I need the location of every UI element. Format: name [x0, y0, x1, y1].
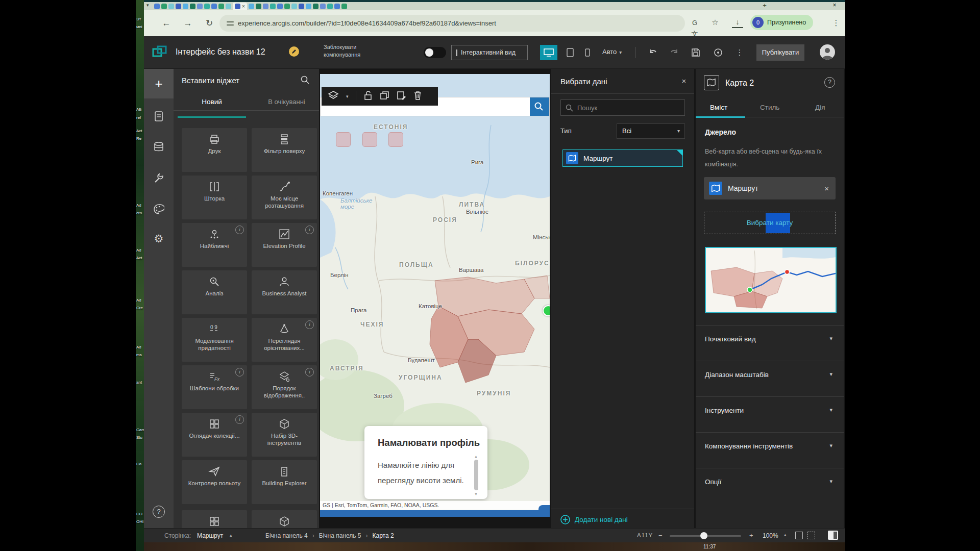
zoom-out-icon[interactable]	[658, 532, 663, 539]
tab-favicon[interactable]	[204, 4, 210, 9]
tab-content[interactable]: Вміст	[710, 104, 727, 111]
zoom-in-icon[interactable]	[749, 532, 753, 539]
tab-favicon[interactable]	[226, 4, 231, 9]
browser-profile-badge[interactable]: 0 Призупинено	[750, 15, 813, 30]
theme-rail-button[interactable]	[144, 196, 174, 222]
data-search-input[interactable]: Пошук	[560, 99, 685, 116]
info-icon[interactable]: i	[305, 368, 314, 377]
add-new-data-button[interactable]: Додати нові дані	[560, 515, 628, 524]
unlock-icon[interactable]	[363, 90, 373, 103]
tab-favicon[interactable]	[235, 4, 240, 9]
a11y-button[interactable]: A11Y	[637, 532, 653, 538]
chevron-down-icon[interactable]	[829, 335, 832, 342]
chevron-down-icon[interactable]	[829, 478, 832, 485]
tools-rail-button[interactable]	[144, 166, 174, 191]
fit-to-window-icon[interactable]	[795, 532, 803, 539]
zoom-level[interactable]: 100%	[763, 532, 778, 539]
page-selector-chevron-icon[interactable]	[230, 533, 232, 538]
widget-tile-analysis[interactable]: Аналіз	[182, 270, 247, 314]
widget-tile-building[interactable]: Building Explorer	[252, 460, 317, 504]
info-icon[interactable]: i	[235, 368, 244, 377]
widget-tile-layers[interactable]: Порядок відображення..i	[252, 365, 317, 409]
info-icon[interactable]: i	[305, 226, 314, 234]
settings-rail-button[interactable]	[144, 226, 174, 252]
tab-favicon[interactable]	[341, 4, 347, 9]
tab-favicon[interactable]	[218, 4, 224, 9]
tab-style[interactable]: Стиль	[760, 104, 779, 111]
widget-tile-swipe[interactable]: Шторка	[182, 176, 247, 219]
map-search-button[interactable]	[530, 97, 549, 116]
section-2[interactable]: Діапазон масштабів	[696, 361, 844, 389]
help-rail-button[interactable]: ?	[144, 503, 174, 523]
tab-favicon[interactable]	[154, 4, 160, 9]
address-bar[interactable]: experience.arcgis.com/builder/?id=1f0de0…	[219, 15, 685, 32]
selected-map-item[interactable]: Маршрут	[704, 177, 836, 199]
browser-tabs[interactable]: ×	[154, 3, 347, 10]
tab-favicon[interactable]	[291, 4, 297, 9]
tab-favicon[interactable]	[168, 4, 174, 9]
tab-favicon[interactable]	[197, 4, 203, 9]
map-thumbnail[interactable]	[705, 247, 837, 313]
zoom-menu-chevron-icon[interactable]	[784, 532, 787, 537]
section-5[interactable]: Опції	[696, 468, 844, 496]
fit-width-icon[interactable]	[807, 532, 815, 539]
tab-favicon[interactable]	[263, 4, 268, 9]
site-settings-icon[interactable]	[227, 20, 234, 27]
toggle-panel-icon[interactable]	[828, 531, 838, 540]
section-4[interactable]: Компонування інструментів	[696, 432, 844, 461]
lock-layout-toggle[interactable]	[424, 47, 446, 58]
tab-favicon[interactable]	[190, 4, 195, 9]
tab-close-icon[interactable]: ×	[242, 4, 245, 9]
tab-action[interactable]: Дія	[815, 104, 825, 111]
tab-favicon[interactable]	[183, 4, 188, 9]
elevation-panel-collapsed[interactable]	[320, 510, 550, 517]
info-icon[interactable]: i	[305, 320, 314, 329]
duplicate-icon[interactable]	[380, 90, 389, 103]
publish-button[interactable]: Публікувати	[756, 44, 804, 61]
page-rail-button[interactable]	[144, 104, 174, 129]
undo-icon[interactable]	[645, 45, 660, 60]
tab-favicon[interactable]	[277, 4, 283, 9]
chevron-down-icon[interactable]	[829, 442, 832, 449]
insert-widget-rail-button[interactable]	[144, 69, 174, 98]
device-desktop-button[interactable]	[540, 45, 557, 60]
browser-menu-icon[interactable]	[832, 16, 840, 30]
type-select[interactable]: Всі	[617, 123, 685, 139]
remove-map-icon[interactable]	[824, 184, 829, 193]
widget-tile-cube[interactable]: Набір 3D-інструментів	[252, 413, 317, 457]
section-3[interactable]: Інструменти	[696, 396, 844, 425]
help-icon[interactable]: ?	[824, 77, 835, 88]
chevron-down-icon[interactable]	[829, 407, 832, 413]
widget-tile-cone[interactable]: Переглядач орієнтованих...i	[252, 318, 317, 362]
breadcrumb-item[interactable]: Карта 2	[373, 532, 394, 539]
info-icon[interactable]: i	[235, 415, 244, 424]
widget-tile-person[interactable]: Business Analyst	[252, 270, 317, 314]
device-phone-button[interactable]	[581, 45, 594, 60]
chevron-down-icon[interactable]	[829, 371, 832, 378]
save-template-icon[interactable]	[397, 90, 406, 103]
tab-search-caret-icon[interactable]: ▾	[146, 3, 149, 8]
bookmark-star-icon[interactable]	[709, 17, 721, 28]
redo-icon[interactable]	[667, 45, 682, 60]
map-widget-canvas[interactable]: ЕСТОНІЯРОСІЯЛИТВАБІЛОРУСЬПОЛЬЩАЧЕХІЯАВСТ…	[320, 74, 550, 517]
layers-icon[interactable]	[328, 90, 339, 103]
rename-pencil-icon[interactable]	[289, 46, 299, 57]
more-options-icon[interactable]: ⋮	[732, 45, 747, 60]
widget-tile-printer[interactable]: Друк	[182, 128, 247, 172]
widget-tile-partial[interactable]	[252, 510, 317, 528]
zoom-slider-knob[interactable]	[700, 532, 707, 539]
widget-tile-digits[interactable]: 0 9Моделювання придатності	[182, 318, 247, 362]
widget-tile-floors[interactable]: Фільтр поверху	[252, 128, 317, 172]
tab-favicon[interactable]	[211, 4, 217, 9]
delete-icon[interactable]	[413, 90, 422, 103]
tab-favicon[interactable]	[299, 4, 304, 9]
translate-icon[interactable]: G文	[689, 17, 700, 29]
downloads-icon[interactable]	[732, 17, 743, 28]
preview-icon[interactable]	[710, 45, 726, 60]
info-icon[interactable]: i	[235, 226, 244, 234]
tab-favicon[interactable]	[306, 4, 311, 9]
tab-favicon[interactable]	[327, 4, 333, 9]
tab-favicon[interactable]	[270, 4, 276, 9]
scroll-down-icon[interactable]	[474, 492, 478, 496]
tab-favicon[interactable]	[176, 4, 181, 9]
